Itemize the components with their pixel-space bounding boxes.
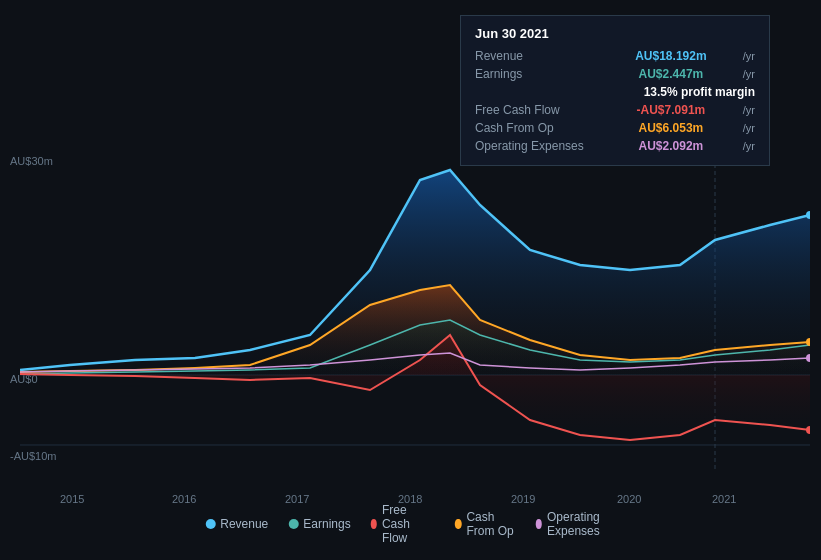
legend-item-fcf[interactable]: Free Cash Flow — [371, 503, 435, 545]
x-label-2021: 2021 — [712, 493, 736, 505]
chart-container: Jun 30 2021 Revenue AU$18.192m /yr Earni… — [0, 0, 821, 560]
legend-dot-cfo — [455, 519, 461, 529]
tooltip-label-fcf: Free Cash Flow — [475, 103, 595, 117]
tooltip-title: Jun 30 2021 — [475, 26, 755, 41]
tooltip-label-revenue: Revenue — [475, 49, 595, 63]
tooltip-unit-revenue: /yr — [743, 50, 755, 62]
tooltip-label-cfo: Cash From Op — [475, 121, 595, 135]
tooltip-label-earnings: Earnings — [475, 67, 595, 81]
tooltip-value-margin: 13.5% profit margin — [644, 85, 755, 99]
tooltip-value-cfo: AU$6.053m — [639, 121, 704, 135]
tooltip-value-opex: AU$2.092m — [639, 139, 704, 153]
legend-dot-revenue — [205, 519, 215, 529]
legend-label-revenue: Revenue — [220, 517, 268, 531]
tooltip-unit-fcf: /yr — [743, 104, 755, 116]
x-label-2016: 2016 — [172, 493, 196, 505]
legend-label-earnings: Earnings — [303, 517, 350, 531]
chart-svg — [20, 150, 810, 470]
tooltip-row-margin: 13.5% profit margin — [475, 83, 755, 101]
legend-label-fcf: Free Cash Flow — [382, 503, 435, 545]
legend-label-cfo: Cash From Op — [466, 510, 515, 538]
legend-dot-fcf — [371, 519, 377, 529]
legend-dot-earnings — [288, 519, 298, 529]
legend-dot-opex — [536, 519, 542, 529]
x-label-2015: 2015 — [60, 493, 84, 505]
legend-item-cfo[interactable]: Cash From Op — [455, 510, 516, 538]
tooltip-row-earnings: Earnings AU$2.447m /yr — [475, 65, 755, 83]
tooltip-row-cfo: Cash From Op AU$6.053m /yr — [475, 119, 755, 137]
legend-item-revenue[interactable]: Revenue — [205, 517, 268, 531]
tooltip-value-fcf: -AU$7.091m — [637, 103, 706, 117]
legend-item-opex[interactable]: Operating Expenses — [536, 510, 616, 538]
tooltip-value-earnings: AU$2.447m — [639, 67, 704, 81]
tooltip-row-revenue: Revenue AU$18.192m /yr — [475, 47, 755, 65]
x-label-2020: 2020 — [617, 493, 641, 505]
tooltip-value-revenue: AU$18.192m — [635, 49, 706, 63]
tooltip-box: Jun 30 2021 Revenue AU$18.192m /yr Earni… — [460, 15, 770, 166]
tooltip-label-opex: Operating Expenses — [475, 139, 595, 153]
tooltip-unit-cfo: /yr — [743, 122, 755, 134]
tooltip-row-opex: Operating Expenses AU$2.092m /yr — [475, 137, 755, 155]
legend-item-earnings[interactable]: Earnings — [288, 517, 350, 531]
tooltip-unit-earnings: /yr — [743, 68, 755, 80]
legend-label-opex: Operating Expenses — [547, 510, 616, 538]
tooltip-row-fcf: Free Cash Flow -AU$7.091m /yr — [475, 101, 755, 119]
chart-legend: Revenue Earnings Free Cash Flow Cash Fro… — [205, 503, 616, 545]
tooltip-unit-opex: /yr — [743, 140, 755, 152]
